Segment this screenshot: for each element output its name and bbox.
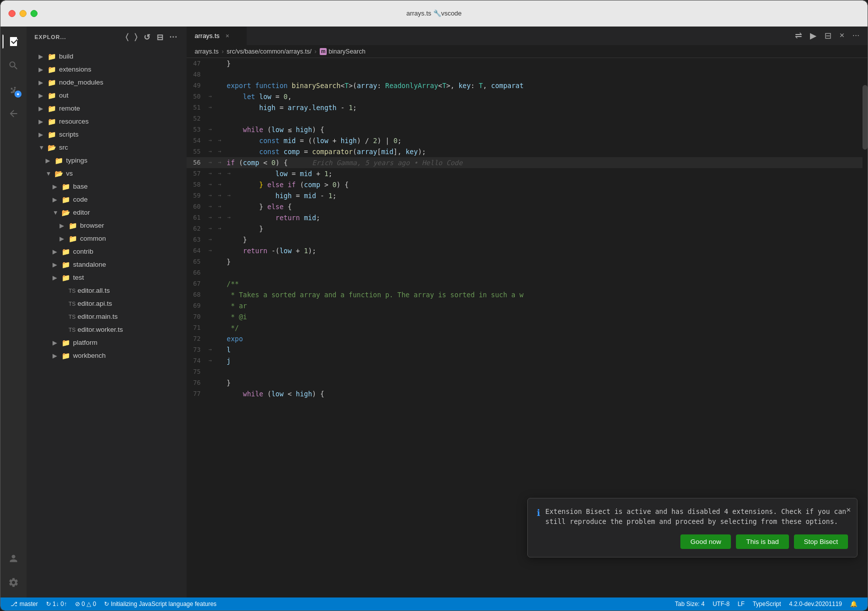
sidebar-item-resources[interactable]: ▶ 📁 resources [27,115,187,128]
code-line-55: 55 → → const comp = comparator(array[mid… [187,146,867,157]
code-line-50: 50 → let low = 0, [187,91,867,102]
code-line-70: 70 * @i [187,311,867,322]
split-editor-icon[interactable]: ⊟ [822,29,833,43]
run-icon[interactable]: ▶ [808,29,818,43]
svg-rect-1 [10,45,17,46]
sidebar-item-remote[interactable]: ▶ 📁 remote [27,102,187,115]
collapse-icon[interactable]: ⊟ [156,32,165,43]
code-line-63: 63 → } [187,234,867,245]
refresh-icon[interactable]: ↺ [143,32,152,43]
code-line-53: 53 → while (low ≤ high) { [187,124,867,135]
status-branch[interactable]: ⎇ master [7,597,42,610]
sidebar-item-editor[interactable]: ▼ 📂 editor [27,206,187,219]
code-line-60: 60 → → } else { [187,201,867,212]
code-line-61: 61 → → → return mid; [187,212,867,223]
sidebar-item-common[interactable]: ▶ 📁 common [27,232,187,245]
minimize-button[interactable] [20,10,27,17]
tab-close-icon[interactable]: × [226,32,230,40]
titlebar: arrays.ts 🔧vscode [1,1,867,27]
status-initializing[interactable]: ↻ Initializing JavaScript language featu… [100,597,221,610]
sidebar-item-extensions[interactable]: ▶ 📁 extensions [27,63,187,76]
activity-accounts[interactable] [3,547,25,569]
new-folder-icon[interactable]: 〉 [134,32,139,43]
sidebar-item-build[interactable]: ▶ 📁 build [27,50,187,63]
code-line-66: 66 [187,267,867,278]
git-compare-icon[interactable]: ⇌ [793,29,804,43]
status-branch-label: master [20,600,38,607]
status-language[interactable]: TypeScript [748,597,785,610]
breadcrumb-file[interactable]: arrays.ts [195,48,219,55]
breadcrumb-symbol[interactable]: m binarySearch [320,48,366,55]
code-line-74: 74 → j [187,355,867,366]
activity-search[interactable] [3,55,25,77]
sidebar-item-out[interactable]: ▶ 📁 out [27,89,187,102]
activity-source-control[interactable]: ● [3,79,25,101]
svg-rect-0 [10,37,17,38]
tab-toolbar: ⇌ ▶ ⊟ × ··· [793,27,867,45]
code-line-62: 62 → → } [187,223,867,234]
code-line-72: 72 expo [187,333,867,344]
status-errors-label: ⊘ 0 △ 0 [75,600,96,607]
status-errors[interactable]: ⊘ 0 △ 0 [71,597,100,610]
scrollbar-thumb[interactable] [862,85,867,150]
sidebar-item-workbench[interactable]: ▶ 📁 workbench [27,349,187,362]
explorer-title: EXPLOR... [35,34,66,40]
code-line-65: 65 } [187,256,867,267]
breadcrumb: arrays.ts › src/vs/base/common/arrays.ts… [187,46,867,58]
status-line-ending[interactable]: LF [733,597,748,610]
sidebar-item-node-modules[interactable]: ▶ 📁 node_modules [27,76,187,89]
close-button[interactable] [9,10,16,17]
sidebar-item-editor-api-ts[interactable]: ▶ TS editor.api.ts [27,297,187,310]
sidebar-item-base[interactable]: ▶ 📁 base [27,180,187,193]
sidebar-item-scripts[interactable]: ▶ 📁 scripts [27,128,187,141]
status-bell[interactable]: 🔔 [846,597,861,610]
new-file-icon[interactable]: 〈 [125,32,130,43]
sidebar-item-editor-all-ts[interactable]: ▶ TS editor.all.ts [27,284,187,297]
sidebar-item-editor-worker-ts[interactable]: ▶ TS editor.worker.ts [27,323,187,336]
breadcrumb-sep1: › [222,48,224,55]
sidebar-item-contrib[interactable]: ▶ 📁 contrib [27,245,187,258]
more-icon[interactable]: ··· [169,32,179,43]
status-line-ending-label: LF [737,600,744,607]
sidebar-item-editor-main-ts[interactable]: ▶ TS editor.main.ts [27,310,187,323]
sidebar-item-vs[interactable]: ▼ 📂 vs [27,167,187,180]
status-init-label: ↻ Initializing JavaScript language featu… [104,600,217,607]
sidebar-item-browser[interactable]: ▶ 📁 browser [27,219,187,232]
code-line-56: 56 → → if (comp < 0) { Erich Gamma, 5 ye… [187,157,867,168]
editor-area: arrays.ts × ⇌ ▶ ⊟ × ··· arrays.ts › s [187,27,867,597]
sidebar-item-src[interactable]: ▼ 📂 src [27,141,187,154]
window-title: arrays.ts 🔧vscode [406,10,462,17]
git-branch-icon: ⎇ [11,600,18,607]
status-sync[interactable]: ↻ 1↓ 0↑ [42,597,71,610]
status-tab-size[interactable]: Tab Size: 4 [671,597,708,610]
breadcrumb-sep2: › [315,48,317,55]
code-line-48: 48 [187,69,867,80]
tab-arrays-ts[interactable]: arrays.ts × [187,27,247,45]
close-editor-icon[interactable]: × [837,29,846,43]
sidebar-item-code[interactable]: ▶ 📁 code [27,193,187,206]
stop-bisect-button[interactable]: Stop Bisect [794,534,848,549]
status-sync-label: ↻ 1↓ 0↑ [46,600,67,607]
sidebar-item-typings[interactable]: ▶ 📁 typings [27,154,187,167]
more-actions-icon[interactable]: ··· [850,29,861,43]
code-editor[interactable]: 47 } 48 49 [187,58,867,597]
good-now-button[interactable]: Good now [680,534,731,549]
scrollbar-vertical[interactable] [862,58,867,597]
breadcrumb-path[interactable]: src/vs/base/common/arrays.ts/ [227,48,312,55]
status-version[interactable]: 4.2.0-dev.20201119 [785,597,846,610]
activity-settings[interactable] [3,571,25,593]
sidebar-item-platform[interactable]: ▶ 📁 platform [27,336,187,349]
sidebar-item-standalone[interactable]: ▶ 📁 standalone [27,258,187,271]
code-line-59: 59 → → → high = mid - 1; [187,190,867,201]
status-encoding[interactable]: UTF-8 [708,597,733,610]
activity-bar-bottom [3,547,25,597]
activity-run-debug[interactable] [3,103,25,125]
notification-close-button[interactable]: × [846,504,851,515]
this-is-bad-button[interactable]: This is bad [736,534,788,549]
status-language-label: TypeScript [752,600,781,607]
maximize-button[interactable] [31,10,38,17]
sidebar-header: EXPLOR... 〈 〉 ↺ ⊟ ··· [27,27,187,48]
code-line-67: 67 /** [187,278,867,289]
sidebar-item-test[interactable]: ▶ 📁 test [27,271,187,284]
activity-explorer[interactable] [3,31,25,53]
